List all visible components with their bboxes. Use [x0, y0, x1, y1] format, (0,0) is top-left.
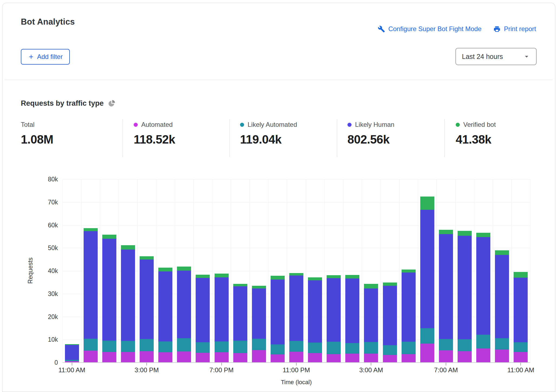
bar-segment-verified-bot[interactable] [458, 231, 472, 236]
bar-segment-likely-human[interactable] [196, 278, 210, 342]
bar-segment-likely-human[interactable] [383, 286, 397, 345]
bar-segment-likely-automated[interactable] [271, 344, 285, 354]
bar-segment-automated[interactable] [215, 352, 229, 363]
bar-segment-likely-automated[interactable] [420, 328, 434, 344]
bar-400pm[interactable] [158, 268, 172, 363]
bar-segment-likely-automated[interactable] [140, 339, 154, 351]
bar-segment-verified-bot[interactable] [420, 197, 434, 210]
bar-segment-likely-human[interactable] [495, 255, 509, 338]
bar-segment-verified-bot[interactable] [215, 274, 229, 277]
bar-segment-likely-human[interactable] [215, 277, 229, 341]
bar-segment-likely-human[interactable] [84, 231, 98, 339]
bar-800am[interactable] [458, 231, 472, 363]
bar-100am[interactable] [327, 275, 341, 363]
add-filter-button[interactable]: Add filter [21, 49, 70, 65]
bar-segment-likely-human[interactable] [140, 260, 154, 339]
bar-segment-verified-bot[interactable] [102, 235, 116, 238]
configure-super-bot-fight-mode-link[interactable]: Configure Super Bot Fight Mode [378, 25, 481, 33]
bar-600am[interactable] [420, 197, 434, 363]
bar-segment-verified-bot[interactable] [252, 286, 266, 288]
bar-segment-likely-human[interactable] [233, 286, 247, 341]
bar-segment-likely-automated[interactable] [215, 341, 229, 352]
bar-segment-likely-human[interactable] [65, 345, 79, 360]
bar-segment-verified-bot[interactable] [84, 228, 98, 231]
bar-1000pm[interactable] [271, 276, 285, 363]
bar-segment-automated[interactable] [327, 354, 341, 363]
bar-segment-likely-human[interactable] [476, 237, 490, 335]
bar-300am[interactable] [364, 284, 378, 363]
bar-1000am[interactable] [495, 250, 509, 363]
bar-900pm[interactable] [252, 286, 266, 363]
bar-segment-automated[interactable] [271, 354, 285, 363]
bar-segment-likely-human[interactable] [289, 275, 303, 341]
bar-segment-automated[interactable] [383, 355, 397, 363]
bar-segment-automated[interactable] [439, 350, 453, 363]
bar-segment-likely-automated[interactable] [177, 338, 191, 351]
bar-segment-automated[interactable] [233, 353, 247, 363]
bar-segment-likely-automated[interactable] [364, 342, 378, 354]
bar-segment-likely-automated[interactable] [102, 341, 116, 352]
bar-segment-likely-automated[interactable] [345, 343, 359, 354]
bar-segment-likely-automated[interactable] [439, 339, 453, 350]
bar-segment-likely-human[interactable] [252, 288, 266, 339]
bar-segment-automated[interactable] [140, 351, 154, 363]
bar-200pm[interactable] [121, 245, 135, 363]
bar-segment-likely-human[interactable] [514, 278, 528, 342]
bar-segment-verified-bot[interactable] [345, 275, 359, 278]
bar-segment-likely-human[interactable] [458, 236, 472, 339]
bar-segment-likely-automated[interactable] [458, 339, 472, 351]
bar-segment-verified-bot[interactable] [233, 284, 247, 286]
bar-segment-likely-automated[interactable] [476, 335, 490, 348]
bar-segment-likely-automated[interactable] [289, 341, 303, 352]
bar-segment-likely-automated[interactable] [121, 341, 135, 352]
bar-segment-likely-automated[interactable] [383, 345, 397, 355]
bar-segment-likely-automated[interactable] [514, 342, 528, 352]
bar-segment-automated[interactable] [289, 352, 303, 363]
bar-600pm[interactable] [196, 275, 210, 363]
bar-segment-verified-bot[interactable] [140, 256, 154, 260]
bar-segment-automated[interactable] [458, 351, 472, 363]
bar-segment-likely-automated[interactable] [158, 341, 172, 352]
bar-segment-likely-automated[interactable] [402, 342, 416, 354]
bar-segment-automated[interactable] [84, 351, 98, 363]
bar-100pm[interactable] [102, 235, 116, 363]
bar-segment-verified-bot[interactable] [177, 267, 191, 271]
bar-segment-verified-bot[interactable] [514, 272, 528, 278]
bar-segment-verified-bot[interactable] [364, 284, 378, 288]
bar-segment-likely-human[interactable] [121, 250, 135, 341]
bar-segment-likely-automated[interactable] [233, 341, 247, 353]
bar-segment-likely-human[interactable] [158, 271, 172, 341]
bar-segment-likely-automated[interactable] [196, 342, 210, 353]
bar-1200am[interactable] [308, 277, 322, 363]
bar-segment-verified-bot[interactable] [121, 245, 135, 250]
bar-200am[interactable] [345, 275, 359, 363]
bar-segment-likely-human[interactable] [345, 278, 359, 343]
bar-segment-verified-bot[interactable] [289, 273, 303, 275]
bar-segment-automated[interactable] [196, 353, 210, 363]
bar-segment-automated[interactable] [420, 344, 434, 363]
bar-segment-verified-bot[interactable] [495, 250, 509, 255]
bar-segment-automated[interactable] [402, 354, 416, 363]
bar-1100am[interactable] [514, 272, 528, 363]
time-range-select[interactable]: Last 24 hours [455, 48, 537, 65]
bar-segment-automated[interactable] [495, 350, 509, 363]
bar-segment-likely-human[interactable] [177, 271, 191, 338]
bar-segment-likely-human[interactable] [439, 234, 453, 339]
bar-segment-verified-bot[interactable] [327, 275, 341, 278]
bar-segment-likely-automated[interactable] [252, 339, 266, 350]
bar-1200pm[interactable] [84, 228, 98, 363]
bar-segment-likely-human[interactable] [102, 239, 116, 341]
bar-segment-likely-human[interactable] [402, 273, 416, 342]
bar-segment-likely-human[interactable] [271, 280, 285, 344]
bar-segment-automated[interactable] [252, 350, 266, 363]
bar-segment-likely-human[interactable] [308, 280, 322, 343]
bar-segment-automated[interactable] [121, 352, 135, 363]
bar-segment-likely-automated[interactable] [84, 339, 98, 351]
bar-segment-verified-bot[interactable] [439, 230, 453, 234]
bar-segment-likely-automated[interactable] [308, 343, 322, 353]
bar-segment-verified-bot[interactable] [476, 233, 490, 237]
bar-segment-likely-human[interactable] [364, 288, 378, 342]
bar-segment-automated[interactable] [177, 351, 191, 363]
bar-segment-verified-bot[interactable] [158, 268, 172, 271]
bar-segment-verified-bot[interactable] [402, 270, 416, 273]
